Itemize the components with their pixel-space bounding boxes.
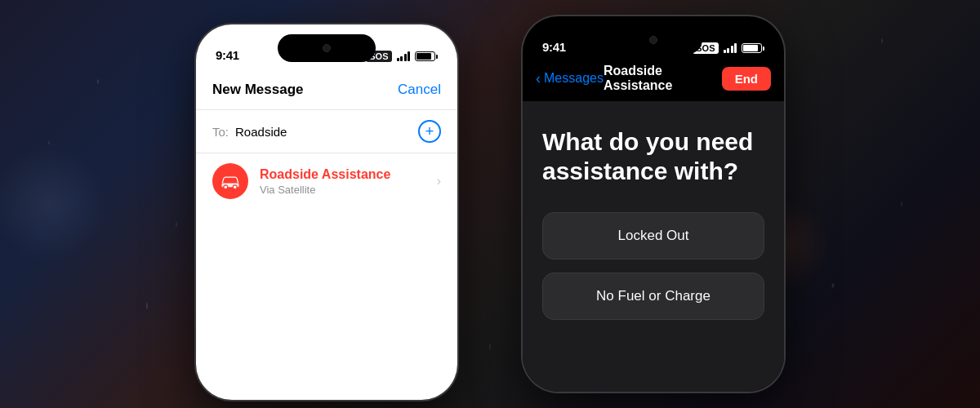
assistance-body: What do you need assistance with? Locked…: [523, 101, 784, 392]
signal-1: [397, 51, 411, 61]
svg-rect-3: [225, 179, 229, 181]
phone-1: 9:41 SOS New Message: [196, 24, 457, 400]
battery-2: [742, 43, 764, 53]
phone-2-content: ‹ Messages Roadside Assistance End What …: [523, 60, 784, 392]
scene: 9:41 SOS New Message: [0, 0, 980, 408]
signal-2: [724, 43, 737, 53]
status-icons-1: SOS: [366, 51, 438, 62]
end-button[interactable]: End: [722, 67, 771, 91]
nav-title: Roadside Assistance: [604, 64, 722, 93]
option-no-fuel[interactable]: No Fuel or Charge: [542, 273, 764, 320]
dynamic-island-1: [278, 34, 376, 62]
back-button[interactable]: ‹ Messages: [536, 70, 604, 87]
contact-sub: Via Satellite: [260, 184, 425, 196]
contact-name: Roadside Assistance: [260, 167, 425, 182]
battery-1: [415, 51, 438, 61]
back-nav: ‹ Messages Roadside Assistance End: [523, 60, 784, 101]
svg-rect-4: [232, 179, 236, 181]
time-1: 9:41: [216, 48, 239, 62]
phone-2: 9:41 SOS ‹: [523, 16, 784, 392]
phone-1-content: New Message Cancel To: Roadside +: [196, 69, 457, 400]
contact-info: Roadside Assistance Via Satellite: [260, 167, 425, 196]
camera-dot-2: [649, 36, 657, 44]
new-message-title: New Message: [212, 82, 304, 98]
car-icon: [220, 171, 241, 192]
back-label: Messages: [544, 71, 604, 86]
to-value[interactable]: Roadside: [235, 125, 412, 139]
dynamic-island-2: [604, 26, 702, 54]
status-icons-2: SOS: [693, 42, 764, 54]
add-recipient-button[interactable]: +: [418, 120, 441, 143]
back-chevron-icon: ‹: [536, 70, 541, 87]
chevron-right-icon: ›: [437, 174, 441, 188]
svg-point-2: [233, 185, 237, 189]
time-2: 9:41: [542, 40, 566, 54]
to-field: To: Roadside +: [196, 110, 457, 153]
contact-icon: [212, 163, 248, 199]
camera-dot-1: [323, 44, 331, 52]
svg-point-1: [224, 185, 228, 189]
option-locked-out[interactable]: Locked Out: [542, 212, 764, 259]
new-message-header: New Message Cancel: [196, 69, 457, 110]
cancel-button[interactable]: Cancel: [398, 82, 441, 98]
search-result[interactable]: Roadside Assistance Via Satellite ›: [196, 153, 457, 209]
to-label: To:: [212, 125, 229, 139]
assistance-question: What do you need assistance with?: [542, 127, 764, 186]
